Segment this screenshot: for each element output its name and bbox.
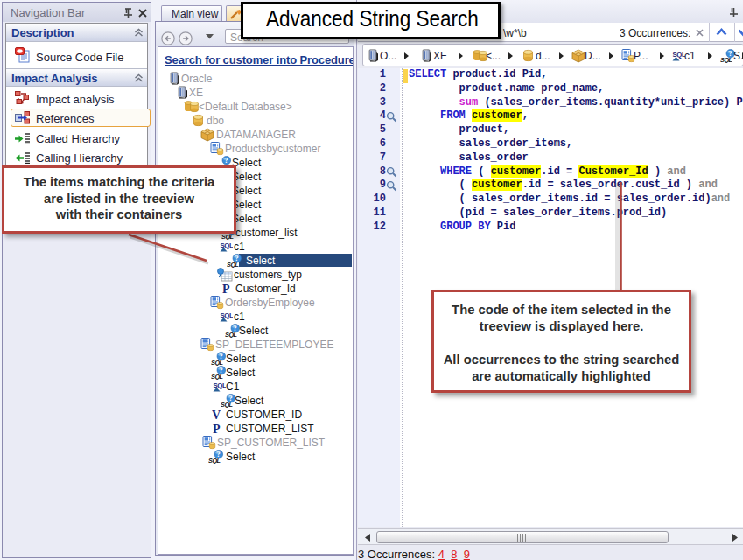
svg-text:?: ? [235, 254, 239, 262]
svg-text:P: P [213, 422, 221, 434]
svg-text:SQL: SQL [221, 311, 234, 318]
svg-text:?: ? [729, 49, 732, 58]
svg-text:?: ? [225, 156, 228, 164]
svg-text:?: ? [234, 324, 237, 332]
svg-text:?: ? [217, 450, 221, 458]
svg-text:SQL: SQL [214, 381, 227, 388]
svg-text:V: V [212, 408, 221, 420]
svg-text:P: P [222, 282, 230, 294]
svg-text:?: ? [220, 352, 223, 360]
svg-text:SQL: SQL [221, 241, 234, 248]
svg-text:SQL: SQL [673, 51, 686, 59]
svg-text:?: ? [229, 394, 233, 402]
svg-text:?: ? [220, 366, 223, 374]
